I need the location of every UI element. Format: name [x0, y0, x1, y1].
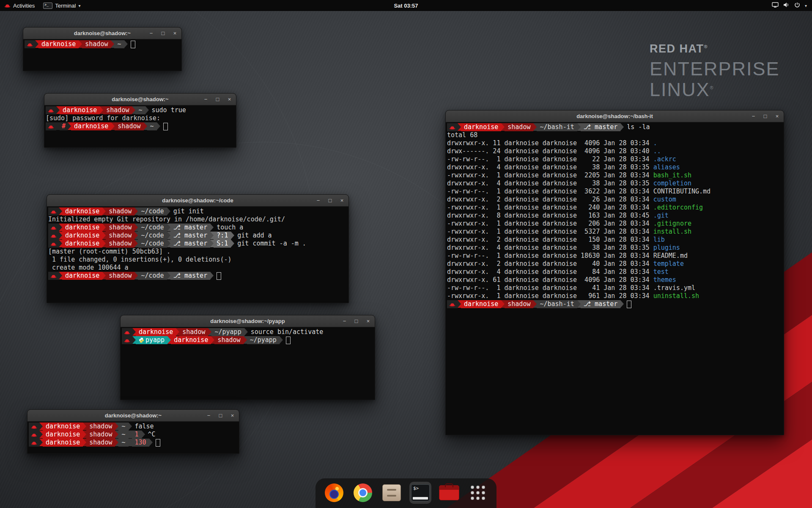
- maximize-button[interactable]: □: [215, 96, 220, 102]
- terminal-cursor: [156, 439, 160, 447]
- maximize-button[interactable]: □: [763, 113, 768, 119]
- window-titlebar[interactable]: darknoise@shadow:~/code − □ ×: [47, 195, 348, 207]
- terminal-window-2[interactable]: darknoise@shadow:~ − □ × darknoiseshadow…: [44, 93, 236, 148]
- dock-item-chrome[interactable]: [352, 482, 374, 504]
- app-menu-terminal[interactable]: Terminal ▾: [39, 0, 85, 11]
- dock-item-toolbox[interactable]: [438, 482, 460, 504]
- output-text: install.sh: [653, 228, 691, 236]
- powerline-separator-icon: [102, 240, 106, 247]
- prompt-segment-path: ~: [135, 106, 145, 114]
- close-button[interactable]: ×: [227, 96, 232, 102]
- dock: [315, 478, 497, 508]
- system-status-area[interactable]: ▾: [768, 0, 810, 11]
- output-text: 1 file changed, 0 insertions(+), 0 delet…: [48, 256, 231, 264]
- close-button[interactable]: ×: [365, 318, 371, 324]
- minimize-button[interactable]: −: [342, 318, 347, 324]
- output-text: themes: [653, 276, 676, 284]
- window-titlebar[interactable]: darknoise@shadow:~ − □ ×: [27, 410, 239, 422]
- prompt-segment-hat: [29, 439, 39, 447]
- powerline-separator-icon: [244, 328, 248, 336]
- powerline-separator-icon: [134, 224, 138, 231]
- maximize-button[interactable]: □: [327, 197, 333, 204]
- prompt-segment-hat: [48, 224, 59, 232]
- powerline-separator-icon: [68, 122, 71, 130]
- minimize-button[interactable]: −: [203, 96, 208, 102]
- rhel-wallpaper-logo: RED HAT® ENTERPRISE LINUX®: [650, 42, 780, 100]
- powerline-separator-icon: [35, 40, 38, 48]
- activities-button[interactable]: Activities: [0, 0, 39, 11]
- minimize-button[interactable]: −: [315, 197, 321, 204]
- powerline-separator-icon: [132, 106, 135, 114]
- display-icon: [772, 2, 779, 9]
- terminal-screen[interactable]: darknoiseshadow~/codegit initInitialized…: [47, 207, 348, 303]
- powerline-separator-icon: [167, 207, 170, 215]
- chevron-down-icon: ▾: [78, 3, 80, 8]
- prompt-segment-hat: [46, 106, 56, 114]
- prompt-segment-hat: [29, 422, 39, 431]
- redhat-icon: [50, 242, 57, 246]
- close-button[interactable]: ×: [172, 30, 178, 36]
- powerline-separator-icon: [533, 123, 537, 131]
- prompt-segment-path: ~: [118, 422, 128, 431]
- terminal-window-1[interactable]: darknoise@shadow:~ − □ × darknoiseshadow…: [23, 27, 182, 71]
- dock-item-app-grid[interactable]: [467, 482, 489, 504]
- terminal-screen[interactable]: darknoiseshadow~falsedarknoiseshadow~1^C…: [27, 422, 239, 453]
- prompt-segment-host: shadow: [82, 40, 111, 48]
- dock-item-terminal[interactable]: [409, 482, 431, 504]
- powerline-separator-icon: [79, 40, 82, 48]
- terminal-screen[interactable]: darknoiseshadow~/pyappsource bin/activat…: [121, 327, 375, 400]
- output-text: drwxrwxr-x. 2 darknoise darknoise 26 Jan…: [447, 196, 653, 204]
- powerline-separator-icon: [83, 431, 86, 438]
- window-titlebar[interactable]: darknoise@shadow:~/bash-it − □ ×: [446, 110, 784, 122]
- terminal-cursor: [131, 41, 135, 48]
- powerline-separator-icon: [59, 232, 62, 239]
- window-titlebar[interactable]: darknoise@shadow:~ − □ ×: [44, 94, 236, 105]
- terminal-window-5[interactable]: darknoise@shadow:~ − □ × darknoiseshadow…: [27, 409, 239, 454]
- close-button[interactable]: ×: [230, 412, 235, 419]
- close-button[interactable]: ×: [339, 197, 345, 204]
- prompt-segment-git: ⎇ master: [581, 123, 621, 131]
- command-text: git commit -a -m .: [234, 240, 306, 248]
- dock-item-firefox[interactable]: [323, 482, 345, 504]
- prompt-segment-host: shadow: [505, 300, 533, 308]
- prompt-segment-host: shadow: [103, 106, 132, 114]
- terminal-window-6[interactable]: darknoise@shadow:~/bash-it − □ × darknoi…: [445, 110, 784, 435]
- command-text: source bin/activate: [248, 328, 324, 336]
- close-button[interactable]: ×: [774, 113, 780, 119]
- prompt-segment-user: darknoise: [62, 224, 102, 232]
- powerline-separator-icon: [115, 422, 118, 430]
- powerline-separator-icon: [620, 300, 624, 308]
- terminal-window-4[interactable]: darknoise@shadow:~/pyapp − □ × darknoise…: [120, 315, 375, 400]
- redhat-icon: [27, 42, 33, 47]
- redhat-logo-icon: [4, 3, 11, 9]
- powerline-separator-icon: [144, 122, 147, 130]
- terminal-screen[interactable]: darknoiseshadow~/bash-it⎇ masterls -lato…: [446, 122, 784, 435]
- command-text: ls -la: [624, 123, 650, 131]
- prompt-segment-git: ⎇ master: [170, 240, 211, 248]
- window-title: darknoise@shadow:~: [74, 30, 131, 36]
- maximize-button[interactable]: □: [354, 318, 359, 324]
- chrome-icon: [354, 483, 372, 502]
- window-titlebar[interactable]: darknoise@shadow:~ − □ ×: [23, 28, 181, 39]
- dock-item-files[interactable]: [381, 482, 403, 504]
- prompt-segment-status: ?:1: [214, 232, 231, 240]
- output-text: plugins: [653, 244, 680, 252]
- maximize-button[interactable]: □: [218, 412, 223, 419]
- toolbox-icon: [439, 485, 459, 500]
- prompt-segment-host: shadow: [106, 240, 134, 248]
- minimize-button[interactable]: −: [206, 412, 211, 419]
- terminal-screen[interactable]: darknoiseshadow~: [23, 39, 181, 71]
- activities-label: Activities: [13, 3, 35, 9]
- maximize-button[interactable]: □: [160, 30, 166, 36]
- output-text: test: [653, 268, 669, 276]
- terminal-window-3[interactable]: darknoise@shadow:~/code − □ × darknoises…: [47, 194, 349, 303]
- prompt-segment-user: darknoise: [136, 328, 176, 336]
- window-titlebar[interactable]: darknoise@shadow:~/pyapp − □ ×: [121, 315, 375, 327]
- clock[interactable]: Sat 03:57: [394, 3, 418, 9]
- terminal-line: pyappdarknoiseshadow~/pyapp: [122, 336, 373, 344]
- minimize-button[interactable]: −: [751, 113, 756, 119]
- powerline-separator-icon: [176, 328, 179, 336]
- minimize-button[interactable]: −: [148, 30, 154, 36]
- terminal-screen[interactable]: darknoiseshadow~sudo true[sudo] password…: [44, 105, 236, 147]
- powerline-separator-icon: [56, 122, 60, 130]
